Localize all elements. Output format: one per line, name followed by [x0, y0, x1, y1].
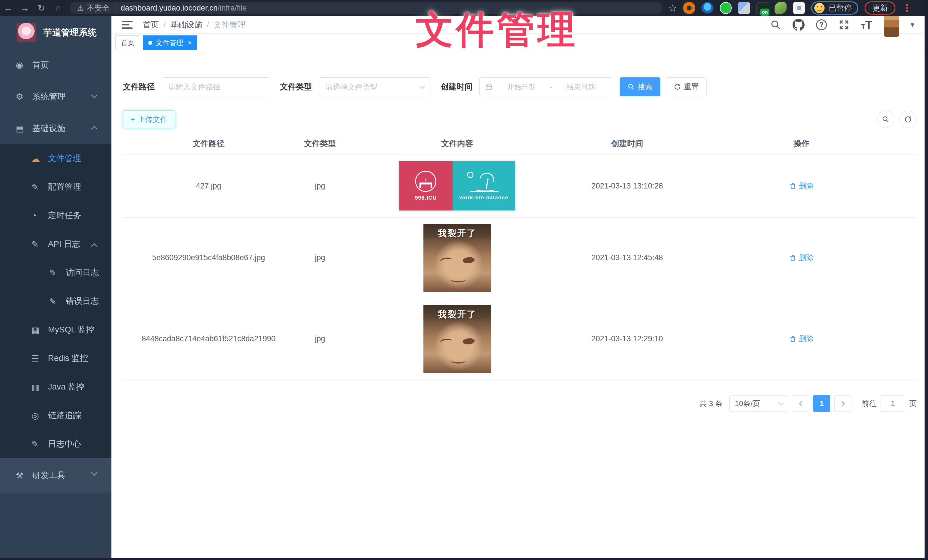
app-logo — [17, 23, 36, 42]
chevron-up-icon — [91, 243, 98, 250]
edit-icon: ✎ — [31, 439, 44, 449]
file-thumbnail-996-banner[interactable]: 996.ICU work-life balance — [399, 161, 515, 210]
browser-forward-icon[interactable]: → — [17, 3, 33, 14]
file-type-select[interactable]: 请选择文件类型 — [319, 78, 431, 96]
file-thumbnail-meme[interactable]: 我裂开了 — [423, 224, 491, 292]
page-button-1[interactable]: 1 — [813, 395, 830, 412]
col-header-path: 文件路径 — [123, 133, 294, 154]
app-logo-row[interactable]: 芋道管理系统 — [0, 16, 111, 49]
breadcrumb-separator: / — [163, 20, 166, 29]
paused-extension-pill[interactable]: 已暂停 — [811, 2, 858, 15]
sidebar-item-tracing[interactable]: ◎ 链路追踪 — [0, 401, 111, 430]
edit-icon: ✎ — [31, 239, 44, 249]
sidebar-item-infra[interactable]: ▤ 基础设施 — [0, 113, 111, 144]
cell-file-path: 5e8609290e915c4fa8b08e67.jpg — [123, 218, 294, 298]
chevron-down-icon — [91, 469, 98, 476]
end-date-placeholder[interactable]: 结束日期 — [554, 82, 607, 92]
sidebar-item-redis-monitor[interactable]: ☰ Redis 监控 — [0, 344, 111, 373]
caret-down-icon[interactable]: ▾ — [911, 20, 914, 29]
toolbox-icon: ⚒ — [16, 470, 29, 481]
extensions-puzzle-icon[interactable] — [793, 2, 805, 14]
file-path-input[interactable] — [162, 78, 270, 96]
browser-actions: ☆ on 已暂停 更新 ⋮ — [668, 2, 916, 15]
date-range-picker[interactable]: 开始日期 - 结束日期 — [479, 78, 612, 96]
security-label[interactable]: 不安全 — [87, 3, 110, 13]
eye-icon: ◎ — [31, 411, 44, 421]
prev-page-button[interactable] — [792, 395, 809, 412]
trash-icon — [789, 335, 797, 343]
sidebar-item-scheduled-jobs[interactable]: ◔ 定时任务 — [0, 201, 111, 230]
goto-page-input[interactable] — [881, 395, 905, 412]
sidebar-item-dev-tools[interactable]: ⚒ 研发工具 — [0, 458, 111, 493]
col-header-type: 文件类型 — [294, 133, 346, 154]
pagination: 共 3 条 10条/页 1 前往 页 — [123, 395, 917, 412]
browser-update-button[interactable]: 更新 — [865, 2, 896, 15]
help-icon[interactable]: ? — [816, 20, 827, 30]
delete-button[interactable]: 删除 — [789, 334, 814, 344]
sidebar-item-java-monitor[interactable]: ▥ Java 监控 — [0, 373, 111, 401]
extension-switch-icon[interactable]: on — [756, 2, 768, 14]
font-size-icon[interactable]: TT — [861, 19, 872, 30]
search-button[interactable]: 搜索 — [620, 78, 660, 96]
sidebar-item-log-center[interactable]: ✎ 日志中心 — [0, 430, 111, 458]
tag-file-manage-active[interactable]: 文件管理 × — [143, 35, 197, 50]
refresh-table-button[interactable] — [899, 111, 917, 128]
chevron-left-icon — [799, 401, 804, 406]
extension-blue-icon[interactable] — [738, 2, 750, 14]
bookmark-star-icon[interactable]: ☆ — [668, 2, 677, 14]
browser-back-icon[interactable]: ← — [0, 3, 17, 14]
sidebar-item-mysql-monitor[interactable]: ▦ MySQL 监控 — [0, 315, 111, 344]
browser-reload-icon[interactable]: ↻ — [33, 3, 50, 14]
pagination-total: 共 3 条 — [699, 399, 723, 409]
search-icon[interactable] — [770, 20, 781, 30]
chevron-down-icon — [91, 92, 98, 99]
monitor-icon: ▤ — [16, 123, 29, 133]
close-icon[interactable]: × — [188, 39, 192, 47]
next-page-button[interactable] — [834, 395, 852, 412]
upload-file-button[interactable]: + 上传文件 — [123, 111, 175, 128]
reset-button-label: 重置 — [684, 82, 699, 92]
extension-on-badge: on — [760, 9, 770, 16]
sidebar-item-error-log[interactable]: ✎ 错误日志 — [0, 287, 111, 315]
extension-green-circle-icon[interactable] — [720, 2, 732, 14]
sidebar-item-label: 访问日志 — [66, 267, 99, 278]
breadcrumb-infra[interactable]: 基础设施 — [170, 20, 202, 30]
chevron-right-icon — [839, 401, 844, 406]
file-thumbnail-meme[interactable]: 我裂开了 — [423, 305, 491, 373]
sidebar-item-file-manage[interactable]: ☁ 文件管理 — [0, 144, 111, 173]
extension-leaf-icon[interactable] — [775, 2, 786, 14]
toggle-search-button[interactable] — [877, 111, 894, 128]
extension-orange-icon[interactable] — [683, 2, 695, 14]
sidebar-item-label: 定时任务 — [48, 210, 81, 221]
breadcrumb-home[interactable]: 首页 — [143, 20, 159, 30]
reset-button[interactable]: 重置 — [666, 78, 707, 96]
page-size-select[interactable]: 10条/页 — [730, 395, 788, 412]
address-divider — [115, 4, 115, 12]
sidebar: 芋道管理系统 ◉ 首页 ⚙ 系统管理 ▤ 基础设施 ☁ 文件管理 ✎ 配置管理 — [0, 16, 111, 560]
start-date-placeholder[interactable]: 开始日期 — [495, 82, 548, 92]
cloud-icon: ☁ — [31, 154, 44, 164]
edit-icon: ✎ — [49, 268, 62, 278]
extension-pin-icon[interactable] — [701, 2, 713, 14]
meme-caption: 我裂开了 — [423, 227, 491, 239]
github-icon[interactable] — [792, 19, 804, 31]
delete-button[interactable]: 删除 — [789, 181, 814, 191]
fullscreen-icon[interactable] — [838, 19, 850, 30]
browser-home-icon[interactable]: ⌂ — [50, 3, 66, 14]
active-dot — [148, 41, 152, 45]
sidebar-item-home[interactable]: ◉ 首页 — [0, 49, 111, 81]
table-row: 427.jpg jpg 996.ICU — [123, 155, 917, 218]
hamburger-icon[interactable] — [122, 20, 133, 30]
tag-home[interactable]: 首页 — [115, 35, 140, 50]
user-avatar[interactable] — [884, 13, 899, 37]
cell-file-type: jpg — [294, 298, 346, 379]
sidebar-item-access-log[interactable]: ✎ 访问日志 — [0, 259, 111, 287]
sidebar-item-api-log[interactable]: ✎ API 日志 — [0, 230, 111, 259]
delete-button[interactable]: 删除 — [789, 253, 814, 263]
browser-menu-kebab-icon[interactable]: ⋮ — [902, 2, 912, 14]
sidebar-item-system[interactable]: ⚙ 系统管理 — [0, 81, 111, 113]
dashboard-icon: ◉ — [16, 60, 29, 70]
col-header-created: 创建时间 — [569, 133, 686, 154]
trash-icon — [789, 182, 797, 190]
sidebar-item-config-manage[interactable]: ✎ 配置管理 — [0, 173, 111, 201]
